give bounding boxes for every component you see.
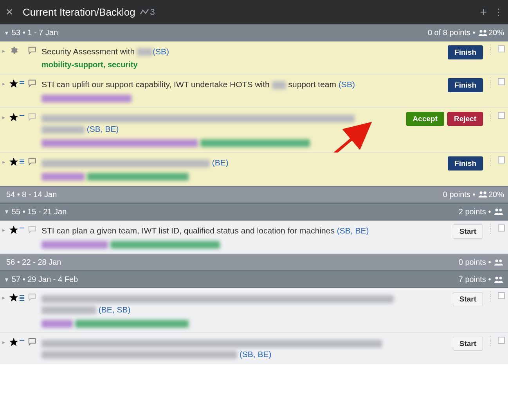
panel-count: 3: [150, 7, 155, 17]
iteration-header[interactable]: ▼ 53 • 1 - 7 Jan 0 of 8 points • 20%: [0, 24, 508, 41]
accept-button[interactable]: Accept: [406, 112, 444, 126]
drag-handle-icon[interactable]: ⋮⋮: [486, 224, 495, 233]
iteration-points: 0 of 8 points: [428, 28, 470, 37]
estimate-indicator[interactable]: [20, 78, 27, 104]
story-type-icon: [8, 292, 20, 328]
comments-icon[interactable]: [27, 337, 41, 360]
iteration-header[interactable]: 54 • 8 - 14 Jan 0 points • 20%: [0, 186, 508, 203]
collapse-caret-icon[interactable]: ▼: [4, 208, 9, 215]
iteration-points: 0 points: [459, 258, 486, 267]
story-owners: (SB): [153, 47, 169, 56]
story-row[interactable]: ▸ Security Assessment with (SB)mobility-…: [0, 41, 508, 74]
menu-icon[interactable]: ⋮: [494, 7, 503, 18]
expand-caret-icon[interactable]: ▸: [2, 292, 8, 328]
drag-handle-icon[interactable]: ⋮⋮: [486, 156, 495, 165]
story-type-icon: [8, 337, 20, 360]
panels-indicator[interactable]: 3: [140, 7, 155, 17]
comments-icon[interactable]: [27, 112, 41, 148]
comments-icon[interactable]: [27, 45, 41, 70]
story-row[interactable]: ▸ STI can plan a given team, IWT list ID…: [0, 221, 508, 254]
story-title: STI can uplift our support capability, I…: [41, 80, 272, 89]
close-icon[interactable]: ✕: [5, 7, 13, 18]
estimate-indicator[interactable]: [20, 156, 27, 182]
expand-caret-icon[interactable]: ▸: [2, 78, 8, 104]
estimate-indicator[interactable]: [20, 224, 27, 250]
story-type-icon: [8, 45, 20, 70]
select-checkbox[interactable]: [498, 337, 505, 344]
iteration-points: 2 points: [459, 207, 486, 216]
story-tags[interactable]: mobility-support, security: [41, 59, 444, 70]
story-row[interactable]: ▸ (SB, BE) AcceptReject ⋮⋮: [0, 108, 508, 153]
story-content: (BE, SB): [41, 292, 449, 328]
finish-button[interactable]: Finish: [448, 156, 483, 171]
iteration-label: 53 • 1 - 7 Jan: [12, 28, 58, 37]
drag-handle-icon[interactable]: ⋮⋮: [486, 45, 495, 54]
story-content: (SB, BE): [41, 337, 449, 360]
iteration-points: 7 points: [459, 275, 486, 284]
story-content: (SB, BE): [41, 112, 402, 148]
select-checkbox[interactable]: [498, 112, 505, 119]
collapse-caret-icon[interactable]: ▼: [4, 30, 9, 36]
story-content: STI can uplift our support capability, I…: [41, 78, 444, 104]
story-row[interactable]: ▸ (SB, BE) Start ⋮⋮: [0, 333, 508, 364]
story-owners: (BE, SB): [99, 305, 131, 314]
expand-caret-icon[interactable]: ▸: [2, 337, 8, 360]
panel-title: Current Iteration/Backlog: [23, 6, 135, 18]
story-row[interactable]: ▸ (BE) Finish ⋮⋮: [0, 153, 508, 186]
story-content: Security Assessment with (SB)mobility-su…: [41, 45, 444, 70]
start-button[interactable]: Start: [453, 292, 483, 306]
select-checkbox[interactable]: [498, 45, 505, 52]
story-type-icon: [8, 112, 20, 148]
iteration-points: 0 points: [443, 190, 470, 199]
estimate-indicator[interactable]: [20, 112, 27, 148]
start-button[interactable]: Start: [453, 337, 483, 351]
start-button[interactable]: Start: [453, 224, 483, 239]
story-title: STI can plan a given team, IWT list ID, …: [41, 226, 337, 235]
expand-caret-icon[interactable]: ▸: [2, 112, 8, 148]
comments-icon[interactable]: [27, 156, 41, 182]
story-content: STI can plan a given team, IWT list ID, …: [41, 224, 449, 250]
story-owners: (SB, BE): [337, 226, 369, 235]
select-checkbox[interactable]: [498, 292, 505, 299]
select-checkbox[interactable]: [498, 78, 505, 85]
iteration-label: 57 • 29 Jan - 4 Feb: [12, 275, 78, 284]
select-checkbox[interactable]: [498, 156, 505, 163]
add-icon[interactable]: +: [480, 5, 487, 19]
comments-icon[interactable]: [27, 224, 41, 250]
collapse-caret-icon[interactable]: ▼: [4, 276, 9, 283]
iteration-header[interactable]: ▼ 55 • 15 - 21 Jan 2 points •: [0, 203, 508, 221]
select-checkbox[interactable]: [498, 224, 505, 232]
estimate-indicator[interactable]: [20, 337, 27, 360]
expand-caret-icon[interactable]: ▸: [2, 45, 8, 70]
story-type-icon: [8, 224, 20, 250]
story-row[interactable]: ▸ (BE, SB) Start ⋮⋮: [0, 288, 508, 333]
comments-icon[interactable]: [27, 292, 41, 328]
capacity-pct: 20%: [488, 190, 504, 199]
finish-button[interactable]: Finish: [448, 78, 483, 92]
drag-handle-icon[interactable]: ⋮⋮: [486, 78, 495, 87]
iteration-label: 56 • 22 - 28 Jan: [6, 258, 61, 267]
finish-button[interactable]: Finish: [448, 45, 483, 59]
drag-handle-icon[interactable]: ⋮⋮: [486, 337, 495, 345]
estimate-indicator[interactable]: [20, 292, 27, 328]
iteration-label: 54 • 8 - 14 Jan: [6, 190, 57, 199]
iteration-label: 55 • 15 - 21 Jan: [12, 207, 67, 216]
capacity-pct: 20%: [488, 28, 504, 37]
story-owners: (SB, BE): [87, 124, 119, 133]
iteration-header[interactable]: 56 • 22 - 28 Jan 0 points •: [0, 254, 508, 271]
story-title: Security Assessment with: [41, 47, 137, 56]
expand-caret-icon[interactable]: ▸: [2, 224, 8, 250]
story-row[interactable]: ▸ STI can uplift our support capability,…: [0, 74, 508, 108]
comments-icon[interactable]: [27, 78, 41, 104]
drag-handle-icon[interactable]: ⋮⋮: [486, 112, 495, 120]
story-owners: (SB): [339, 80, 355, 89]
story-owners: (SB, BE): [240, 350, 272, 359]
story-type-icon: [8, 156, 20, 182]
reject-button[interactable]: Reject: [447, 112, 483, 126]
story-owners: (BE): [212, 158, 229, 167]
estimate-indicator[interactable]: [20, 45, 27, 70]
panel-header: ✕ Current Iteration/Backlog 3 + ⋮: [0, 0, 508, 24]
iteration-header[interactable]: ▼ 57 • 29 Jan - 4 Feb 7 points •: [0, 271, 508, 288]
drag-handle-icon[interactable]: ⋮⋮: [486, 292, 495, 301]
expand-caret-icon[interactable]: ▸: [2, 156, 8, 182]
